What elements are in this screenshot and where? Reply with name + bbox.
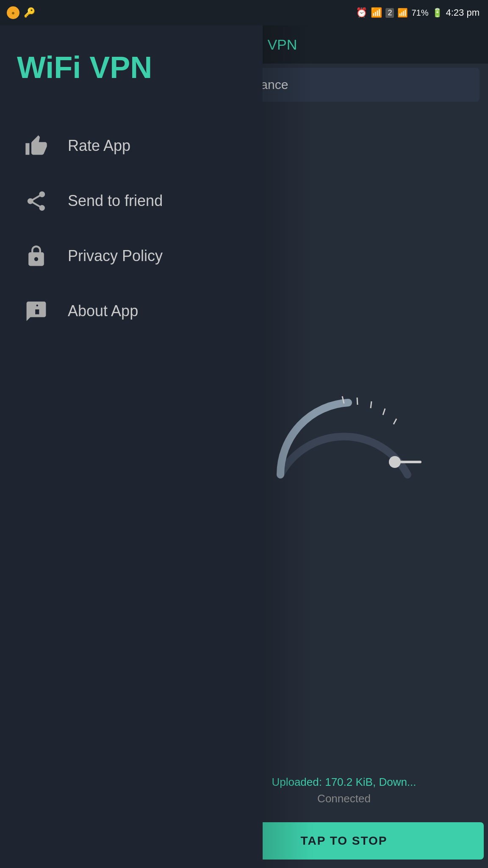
status-left-icons: ● 🔑 <box>7 6 35 19</box>
menu-item-privacy-policy[interactable]: Privacy Policy <box>17 228 246 284</box>
rate-app-label: Rate App <box>68 137 130 155</box>
menu-item-send-to-friend[interactable]: Send to friend <box>17 173 246 228</box>
menu-list: Rate App Send to friend Privacy Po <box>17 118 246 339</box>
about-app-label: About App <box>68 302 138 320</box>
send-to-friend-label: Send to friend <box>68 192 163 210</box>
key-icon: 🔑 <box>24 7 35 18</box>
battery-level: 71% <box>411 8 428 18</box>
info-icon <box>21 296 51 326</box>
status-bar: ● 🔑 ⏰ 📶 2 📶 71% 🔋 4:23 pm <box>0 0 488 25</box>
status-right-icons: ⏰ 📶 2 📶 71% 🔋 4:23 pm <box>356 7 480 18</box>
wifi-icon: 📶 <box>371 7 382 18</box>
share-icon <box>21 186 51 216</box>
svg-line-2 <box>371 401 372 408</box>
svg-line-3 <box>383 409 385 415</box>
speedometer-svg <box>263 373 424 500</box>
alarm-icon: ⏰ <box>356 7 367 18</box>
thumbs-up-icon <box>21 131 51 161</box>
menu-item-about-app[interactable]: About App <box>17 284 246 339</box>
privacy-policy-label: Privacy Policy <box>68 247 163 265</box>
svg-line-1 <box>357 398 358 405</box>
drawer-menu: WiFi VPN Rate App Send to friend <box>0 25 263 868</box>
main-content: ← WiFi VPN 🇫🇷 France <box>0 25 488 868</box>
signal-icon: 📶 <box>397 8 408 18</box>
lock-icon <box>21 241 51 271</box>
app-title: WiFi VPN <box>17 51 246 84</box>
svg-line-4 <box>394 419 396 424</box>
clock-time: 4:23 pm <box>446 7 480 18</box>
sim2-badge: 2 <box>385 8 394 18</box>
coin-icon: ● <box>7 6 19 19</box>
battery-icon: 🔋 <box>432 8 443 18</box>
menu-item-rate-app[interactable]: Rate App <box>17 118 246 173</box>
